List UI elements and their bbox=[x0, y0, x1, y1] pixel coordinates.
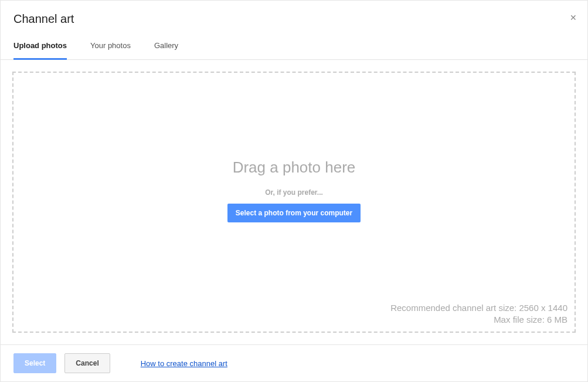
drop-heading: Drag a photo here bbox=[227, 158, 361, 177]
select-photo-button[interactable]: Select a photo from your computer bbox=[227, 204, 361, 222]
hint-recommended-size: Recommended channel art size: 2560 x 144… bbox=[390, 302, 567, 314]
dropzone-center: Drag a photo here Or, if you prefer... S… bbox=[227, 158, 361, 222]
drop-subtext: Or, if you prefer... bbox=[227, 188, 361, 197]
tab-upload-photos[interactable]: Upload photos bbox=[13, 41, 67, 60]
tab-gallery[interactable]: Gallery bbox=[154, 41, 178, 59]
close-icon[interactable]: ✕ bbox=[570, 13, 577, 22]
dropzone[interactable]: Drag a photo here Or, if you prefer... S… bbox=[12, 72, 576, 333]
cancel-button[interactable]: Cancel bbox=[64, 353, 110, 373]
tab-label: Your photos bbox=[90, 41, 131, 50]
modal-title: Channel art bbox=[13, 12, 575, 26]
select-button[interactable]: Select bbox=[13, 353, 56, 373]
tab-label: Upload photos bbox=[13, 41, 67, 50]
tab-label: Gallery bbox=[154, 41, 178, 50]
content-area: Drag a photo here Or, if you prefer... S… bbox=[1, 60, 587, 344]
channel-art-modal: Channel art ✕ Upload photos Your photos … bbox=[0, 0, 588, 382]
modal-footer: Select Cancel How to create channel art bbox=[1, 344, 587, 381]
dropzone-hints: Recommended channel art size: 2560 x 144… bbox=[390, 302, 567, 326]
tabs-bar: Upload photos Your photos Gallery bbox=[1, 41, 587, 60]
modal-header: Channel art ✕ bbox=[1, 1, 587, 26]
hint-max-filesize: Max file size: 6 MB bbox=[390, 314, 567, 326]
help-link[interactable]: How to create channel art bbox=[141, 359, 227, 368]
tab-your-photos[interactable]: Your photos bbox=[90, 41, 131, 59]
